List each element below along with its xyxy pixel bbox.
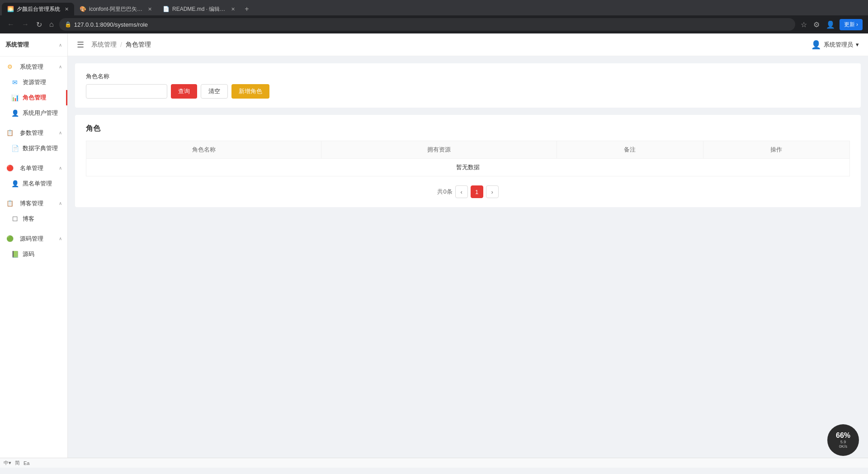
breadcrumb-current: 角色管理: [126, 41, 151, 49]
sidebar-item-dict-label: 数据字典管理: [23, 144, 58, 152]
sidebar-group-source-header[interactable]: 🟢 源码管理 ∧: [0, 230, 67, 246]
status-bar-item-3[interactable]: Ea: [24, 460, 29, 466]
extension-icon[interactable]: ⚙: [811, 19, 821, 31]
blacklist-icon: 👤: [11, 180, 19, 188]
status-bar: 中▾ 简 Ea: [0, 458, 868, 468]
address-text: 127.0.0.1:8090/systems/role: [74, 21, 148, 28]
sidebar-group-params: 📋 参数管理 ∧ 📄 数据字典管理: [0, 123, 67, 158]
col-header-resources: 拥有资源: [321, 141, 557, 159]
namelist-group-icon: 🔴: [5, 163, 14, 172]
blog-icon: ☐: [11, 215, 19, 223]
clear-button[interactable]: 清空: [201, 84, 228, 99]
sidebar-item-role[interactable]: 📊 角色管理: [0, 90, 67, 105]
col-header-role-name: 角色名称: [86, 141, 321, 159]
sidebar-group-system-header[interactable]: ⚙ 系统管理 ∧: [0, 58, 67, 75]
breadcrumb-root: 系统管理: [91, 41, 117, 49]
form-row: 查询 清空 新增角色: [86, 84, 850, 99]
tab-title-3: README.md · 编辑文件 · brigh...: [172, 5, 226, 13]
pagination-page-1[interactable]: 1: [471, 185, 483, 198]
sidebar-header: 系统管理 ∧: [0, 33, 67, 57]
tab-title-2: iconfont-阿里巴巴矢量图库: [89, 5, 143, 13]
nav-home[interactable]: ⌂: [47, 19, 56, 30]
tab-favicon-1: 🌅: [7, 6, 14, 12]
empty-text: 暂无数据: [86, 159, 850, 176]
nav-back[interactable]: ←: [5, 19, 16, 30]
sidebar-group-system-label: 系统管理: [20, 63, 43, 70]
sidebar-group-params-header[interactable]: 📋 参数管理 ∧: [0, 124, 67, 141]
role-name-input[interactable]: [86, 84, 167, 99]
sidebar-item-dict[interactable]: 📄 数据字典管理: [0, 141, 67, 156]
nav-refresh[interactable]: ↻: [34, 19, 44, 31]
user-area[interactable]: 👤 系统管理员 ▾: [811, 40, 859, 50]
table-title: 角色: [86, 124, 850, 133]
namelist-chevron-icon: ∧: [59, 166, 62, 171]
system-group-icon: ⚙: [5, 62, 14, 71]
source-icon: 📗: [11, 250, 19, 258]
sidebar-group-source: 🟢 源码管理 ∧ 📗 源码: [0, 228, 67, 264]
sidebar-group-namelist-label: 名单管理: [20, 165, 43, 171]
pagination-total: 共0条: [437, 188, 452, 196]
sidebar-group-params-label: 参数管理: [20, 129, 43, 136]
query-button[interactable]: 查询: [171, 84, 197, 99]
sidebar-group-namelist-header[interactable]: 🔴 名单管理 ∧: [0, 160, 67, 176]
address-bar[interactable]: 🔒 127.0.0.1:8090/systems/role: [59, 18, 795, 31]
sidebar-item-blacklist[interactable]: 👤 黑名单管理: [0, 176, 67, 191]
sidebar-item-resource-label: 资源管理: [23, 78, 46, 86]
menu-toggle-icon[interactable]: ☰: [77, 40, 84, 50]
pagination-prev[interactable]: ‹: [455, 185, 468, 198]
tab-close-3[interactable]: ✕: [231, 6, 235, 12]
sidebar-title: 系统管理: [5, 41, 29, 49]
breadcrumb-separator: /: [120, 41, 122, 48]
new-tab-button[interactable]: +: [241, 3, 253, 15]
sidebar-group-blog-label: 博客管理: [20, 200, 43, 207]
tab-3[interactable]: 📄 README.md · 编辑文件 · brigh... ✕: [157, 3, 241, 15]
add-role-button[interactable]: 新增角色: [231, 84, 269, 99]
tab-2[interactable]: 🎨 iconfont-阿里巴巴矢量图库 ✕: [74, 3, 157, 15]
account-icon[interactable]: 👤: [824, 19, 837, 31]
role-icon: 📊: [11, 94, 19, 102]
user-avatar-icon: 👤: [811, 40, 821, 50]
data-table: 角色名称 拥有资源 备注 操作 暂无数据: [86, 141, 850, 176]
dict-icon: 📄: [11, 144, 19, 152]
form-label-role-name: 角色名称: [86, 72, 850, 81]
status-bar-item-1: 中▾: [4, 460, 11, 466]
source-chevron-icon: ∧: [59, 236, 62, 241]
sidebar-item-source-label: 源码: [23, 250, 34, 258]
sidebar-item-resource[interactable]: ✉ 资源管理: [0, 75, 67, 90]
sidebar-collapse-icon[interactable]: ∧: [59, 43, 62, 47]
tab-1[interactable]: 🌅 夕颜后台管理系统 ✕: [2, 3, 74, 15]
tab-favicon-3: 📄: [163, 6, 170, 12]
sidebar-item-blog[interactable]: ☐ 博客: [0, 211, 67, 227]
tab-favicon-2: 🎨: [80, 6, 86, 12]
pagination-next[interactable]: ›: [486, 185, 499, 198]
blog-group-icon: 📋: [5, 199, 14, 208]
corner-widget: 66% 5.9 0K/s: [827, 424, 859, 456]
empty-row: 暂无数据: [86, 159, 850, 176]
tab-close-2[interactable]: ✕: [148, 6, 152, 12]
sidebar-group-blog-header[interactable]: 📋 博客管理 ∧: [0, 195, 67, 211]
update-button[interactable]: 更新 ›: [840, 19, 863, 30]
status-bar-item-2: 简: [15, 460, 20, 466]
sidebar-group-system: ⚙ 系统管理 ∧ ✉ 资源管理 📊 角色管理 👤 系统用户管理: [0, 57, 67, 123]
sidebar-item-sysuser-label: 系统用户管理: [23, 109, 58, 117]
tab-close-1[interactable]: ✕: [65, 6, 69, 12]
sidebar-item-source[interactable]: 📗 源码: [0, 246, 67, 262]
sidebar-group-source-label: 源码管理: [20, 235, 43, 242]
content-area: 角色名称 查询 清空 新增角色 角色 角色名称 拥有资源 备注: [68, 56, 868, 458]
bookmark-icon[interactable]: ☆: [799, 19, 809, 31]
pagination: 共0条 ‹ 1 ›: [86, 185, 850, 198]
sidebar-group-namelist: 🔴 名单管理 ∧ 👤 黑名单管理: [0, 158, 67, 193]
table-card: 角色 角色名称 拥有资源 备注 操作 暂无数据: [75, 115, 861, 207]
sidebar-item-sysuser[interactable]: 👤 系统用户管理: [0, 105, 67, 121]
sidebar-item-role-label: 角色管理: [23, 94, 46, 102]
col-header-actions: 操作: [703, 141, 849, 159]
breadcrumb: 系统管理 / 角色管理: [91, 41, 151, 49]
sidebar-group-blog: 📋 博客管理 ∧ ☐ 博客: [0, 193, 67, 228]
sidebar: 系统管理 ∧ ⚙ 系统管理 ∧ ✉ 资源管理 📊 角色管理 👤 系: [0, 33, 68, 458]
sysuser-icon: 👤: [11, 109, 19, 117]
params-chevron-icon: ∧: [59, 130, 62, 135]
corner-widget-sub2: 0K/s: [839, 444, 847, 449]
corner-widget-sub1: 5.9: [840, 440, 846, 444]
tab-title-1: 夕颜后台管理系统: [17, 5, 60, 13]
nav-forward[interactable]: →: [20, 19, 31, 30]
